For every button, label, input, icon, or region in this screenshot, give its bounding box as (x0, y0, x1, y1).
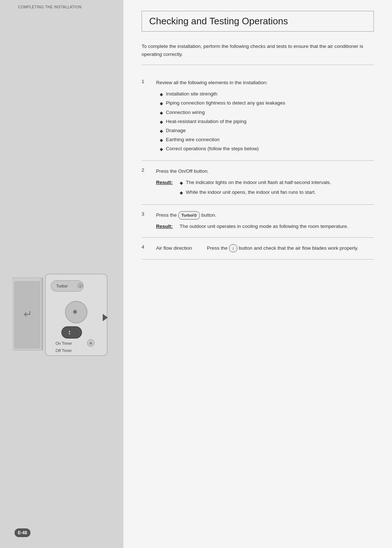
svg-text:⊙: ⊙ (79, 285, 82, 288)
diamond-icon: ◆ (160, 91, 163, 98)
breadcrumb-text: COMPLETING THE INSTALLATION (18, 5, 82, 9)
bullet-text: Connection wiring (166, 109, 205, 116)
step-4-content: Air flow direction Press the ↕ button an… (156, 244, 374, 253)
result-bullet-1: ◆ The indicator lights on the indoor uni… (180, 179, 374, 187)
step-2-result-content: ◆ The indicator lights on the indoor uni… (180, 179, 374, 197)
step-3-result-row: Result: The outdoor unit operates in coo… (156, 222, 374, 231)
main-content: Checking and Testing Operations To compl… (123, 0, 392, 548)
step-3-result-content: The outdoor unit operates in cooling mod… (180, 222, 374, 231)
svg-text:Turbo/: Turbo/ (56, 284, 68, 288)
step-2-content: Press the On/Off button. Result: ◆ The i… (156, 167, 374, 197)
svg-rect-3 (42, 278, 43, 350)
step-4-row: 4 Air flow direction Press the ↕ button … (142, 244, 374, 253)
diamond-icon: ◆ (160, 146, 163, 153)
step-3-number: 3 (142, 211, 149, 231)
result-bullet-text-2: While the indoor unit opens, the indoor … (186, 188, 316, 196)
list-item: ◆ Installation site strength (160, 90, 374, 98)
page-title: Checking and Testing Operations (149, 16, 366, 27)
svg-rect-11 (62, 327, 82, 338)
turbo-button-inline: Turbo/⊙ (178, 211, 200, 220)
step-1-main-text: Review all the following elements in the… (156, 79, 374, 87)
page-number-text: E-48 (18, 530, 27, 535)
list-item: ◆ Heat-resistant insulation of the pipin… (160, 118, 374, 126)
list-item: ◆ Earthing wire connection (160, 136, 374, 144)
bullet-text: Correct operations (follow the steps bel… (166, 145, 259, 153)
step-2-section: 2 Press the On/Off button. Result: ◆ The… (142, 161, 374, 204)
step-3-text-prefix: Press the (156, 212, 178, 218)
result-bullet-text-1: The indicator lights on the indoor unit … (186, 179, 331, 187)
step-2-row: 2 Press the On/Off button. Result: ◆ The… (142, 167, 374, 197)
bullet-text: Installation site strength (166, 90, 217, 98)
result-bullet-2: ◆ While the indoor unit opens, the indoo… (180, 188, 374, 196)
remote-control-svg: ↵ Turbo/ ⊙ ✱ ↕ On Timer ⊕ Off Timer (13, 270, 111, 357)
step-2-result-row: Result: ◆ The indicator lights on the in… (156, 179, 374, 197)
step-1-bullet-list: ◆ Installation site strength ◆ Piping co… (156, 90, 374, 153)
list-item: ◆ Connection wiring (160, 109, 374, 116)
bullet-text: Heat-resistant insulation of the piping (166, 118, 246, 126)
airflow-button-inline: ↕ (229, 244, 238, 253)
step-1-row: 1 Review all the following elements in t… (142, 79, 374, 154)
diamond-icon: ◆ (160, 128, 163, 135)
svg-text:✱: ✱ (73, 309, 77, 315)
step-4-section: 4 Air flow direction Press the ↕ button … (142, 238, 374, 259)
page-number-badge: E-48 (15, 528, 30, 537)
svg-text:On Timer: On Timer (56, 341, 72, 345)
step-4-number: 4 (142, 244, 149, 253)
step-1-section: 1 Review all the following elements in t… (142, 72, 374, 161)
step-2-main-text: Press the On/Off button. (156, 167, 374, 176)
svg-text:⊕: ⊕ (89, 341, 92, 345)
step-3-result-label: Result: (156, 222, 176, 231)
step-3-text-suffix: button. (200, 212, 216, 218)
step-4-label: Air flow direction (156, 244, 196, 253)
svg-text:↕: ↕ (68, 328, 71, 336)
step-2-number: 2 (142, 167, 149, 197)
diamond-icon: ◆ (180, 189, 183, 196)
list-item: ◆ Drainage (160, 127, 374, 135)
diamond-icon: ◆ (160, 100, 163, 107)
page-title-box: Checking and Testing Operations (142, 11, 374, 32)
step-3-section: 3 Press the Turbo/⊙ button. Result: The … (142, 205, 374, 238)
step-4-desc: Press the ↕ button and check that the ai… (207, 244, 374, 253)
step-1-number: 1 (142, 79, 149, 154)
sidebar: COMPLETING THE INSTALLATION ↵ Turbo/ ⊙ ✱… (0, 0, 123, 548)
step-4-inner: Air flow direction Press the ↕ button an… (156, 244, 374, 253)
top-header: COMPLETING THE INSTALLATION (0, 0, 123, 14)
svg-text:↵: ↵ (24, 308, 32, 320)
diamond-icon: ◆ (160, 110, 163, 116)
list-item: ◆ Correct operations (follow the steps b… (160, 145, 374, 153)
step-3-row: 3 Press the Turbo/⊙ button. Result: The … (142, 211, 374, 231)
bullet-text: Earthing wire connection (166, 136, 220, 144)
step-1-content: Review all the following elements in the… (156, 79, 374, 154)
step-4-desc-suffix: button and check that the air flow blade… (237, 245, 358, 251)
list-item: ◆ Piping connection tightness to detect … (160, 99, 374, 107)
diamond-icon: ◆ (160, 119, 163, 126)
bullet-text: Drainage (166, 127, 186, 135)
step-2-result-label: Result: (156, 179, 176, 197)
step-3-result-text: The outdoor unit operates in cooling mod… (180, 224, 348, 229)
remote-illustration: ↵ Turbo/ ⊙ ✱ ↕ On Timer ⊕ Off Timer (11, 269, 113, 359)
bullet-text: Piping connection tightness to detect an… (166, 99, 285, 107)
step-3-content: Press the Turbo/⊙ button. Result: The ou… (156, 211, 374, 231)
diamond-icon: ◆ (160, 137, 163, 144)
svg-text:Off Timer: Off Timer (56, 348, 72, 353)
step-3-main-text: Press the Turbo/⊙ button. (156, 211, 374, 220)
intro-paragraph: To complete the installation, perform th… (142, 42, 374, 65)
step-4-desc-prefix: Press the (207, 245, 229, 251)
diamond-icon: ◆ (180, 180, 183, 187)
